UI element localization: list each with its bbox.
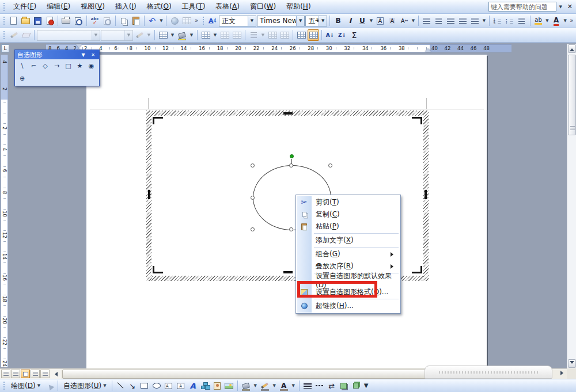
font-color-button[interactable]: A <box>551 15 562 26</box>
font-color-dropdown-arrow-icon[interactable]: ▼ <box>563 15 568 26</box>
help-question-input[interactable]: 键入需要帮助的问题 <box>488 2 556 12</box>
toolbar-grip[interactable] <box>202 16 204 25</box>
scroll-down-button[interactable] <box>568 359 576 368</box>
select-objects-button[interactable] <box>44 380 55 391</box>
first-line-indent-marker[interactable] <box>76 44 82 48</box>
vertical-scrollbar[interactable] <box>567 44 576 368</box>
resize-handle-middle-left[interactable] <box>251 196 255 200</box>
font-color-dropdown-arrow-icon[interactable]: ▼ <box>290 380 297 391</box>
menubar-item[interactable]: 插入(I) <box>110 0 142 13</box>
autoshape-category-icon[interactable]: \ <box>17 60 28 71</box>
reading-layout-view-button[interactable] <box>40 370 50 378</box>
rotate-handle[interactable] <box>290 154 294 158</box>
align-left-button[interactable] <box>421 15 433 26</box>
styles-and-formatting-button[interactable]: A4 <box>207 15 218 26</box>
line-weight-combobox[interactable]: ▼ <box>101 30 133 41</box>
distribute-columns-button[interactable] <box>279 29 290 41</box>
canvas-corner-handle[interactable] <box>412 117 422 124</box>
borders-button[interactable] <box>157 29 169 41</box>
draw-menu-button[interactable]: 绘图(D)▼ <box>8 379 43 392</box>
character-border-button[interactable]: A <box>374 15 386 26</box>
ruler-right-margin[interactable]: 4042444648 <box>430 44 511 52</box>
open-button[interactable] <box>20 15 31 26</box>
line-tool-button[interactable] <box>115 380 126 391</box>
autoshape-category-icon[interactable]: ★ <box>74 60 85 71</box>
split-cells-button[interactable] <box>231 29 242 41</box>
text-box-button[interactable]: A <box>163 380 175 391</box>
underline-dropdown-arrow-icon[interactable]: ▼ <box>369 15 374 26</box>
insert-picture-button[interactable] <box>223 380 235 391</box>
canvas-corner-handle[interactable] <box>153 266 163 273</box>
scroll-up-button[interactable] <box>568 44 576 53</box>
outline-view-button[interactable] <box>31 370 40 378</box>
highlight-button[interactable]: ab <box>533 15 544 26</box>
oval-tool-button[interactable] <box>151 380 162 391</box>
canvas-right-handle[interactable] <box>425 190 427 199</box>
resize-handle-top-right[interactable] <box>328 163 332 168</box>
eraser-button[interactable] <box>20 29 32 41</box>
border-color-button[interactable] <box>134 29 145 41</box>
toolbar-options-chevron[interactable]: » <box>193 14 199 27</box>
character-scaling-button[interactable]: A⇔ <box>399 15 410 26</box>
autoshape-category-icon[interactable]: ◉ <box>86 60 97 71</box>
show-gridlines-button[interactable] <box>308 29 319 41</box>
resize-handle-bottom-left[interactable] <box>251 227 255 231</box>
font-color-button[interactable]: A <box>278 380 290 391</box>
font-size-combobox[interactable]: 五号▼ <box>305 16 327 26</box>
draw-table-button[interactable] <box>8 29 20 41</box>
context-menu-item-paste[interactable]: 粘贴(P) <box>297 220 400 233</box>
line-color-dropdown-arrow-icon[interactable]: ▼ <box>271 380 278 391</box>
table-autoformat-button[interactable] <box>295 29 307 41</box>
autoshape-category-icon[interactable]: ⌐ <box>28 60 39 71</box>
help-dropdown-arrow-icon[interactable]: ▼ <box>558 1 564 13</box>
resize-handle-top-left[interactable] <box>251 163 255 168</box>
sort-ascending-button[interactable]: A↓ <box>324 29 336 41</box>
save-button[interactable] <box>32 15 43 26</box>
autoshape-category-icon[interactable]: □ <box>63 60 74 71</box>
paste-button[interactable] <box>130 15 142 26</box>
sort-descending-button[interactable]: Z↓ <box>336 29 348 41</box>
increase-indent-button[interactable] <box>516 15 528 26</box>
context-menu-item-hyperlink[interactable]: 超链接(H)... <box>297 300 400 312</box>
shading-dropdown-arrow-icon[interactable]: ▼ <box>188 29 195 41</box>
vertical-ruler[interactable]: 24681012141618202224 <box>1 100 8 367</box>
toolbar-grip[interactable] <box>3 2 6 12</box>
insert-table-dropdown-arrow-icon[interactable]: ▼ <box>212 29 218 41</box>
menubar-item[interactable]: 格式(O) <box>142 0 177 13</box>
scroll-left-button[interactable] <box>50 370 59 378</box>
close-icon[interactable]: ✕ <box>565 3 575 10</box>
arrow-tool-button[interactable]: ↘ <box>127 380 138 391</box>
font-combobox[interactable]: Times New Roman▼ <box>257 16 305 26</box>
print-preview-button[interactable] <box>73 15 84 26</box>
center-button[interactable] <box>433 15 445 26</box>
insert-table-button[interactable] <box>200 29 211 41</box>
bold-button[interactable]: B <box>332 15 344 26</box>
style-combobox[interactable]: 正文▼ <box>219 16 256 26</box>
canvas-corner-handle[interactable] <box>153 117 163 124</box>
normal-view-button[interactable] <box>1 370 10 378</box>
insert-wordart-button[interactable]: A <box>187 380 199 391</box>
print-layout-view-button[interactable] <box>21 370 30 378</box>
web-layout-view-button[interactable] <box>11 370 20 378</box>
undo-dropdown-arrow-icon[interactable]: ▼ <box>158 15 164 26</box>
copy-button[interactable] <box>118 15 130 26</box>
menubar-item[interactable]: 工具(T) <box>177 0 211 13</box>
tab-selector-button[interactable]: L <box>1 44 9 52</box>
arrow-style-button[interactable]: ⇄ <box>326 380 338 391</box>
cell-alignment-dropdown-arrow-icon[interactable]: ▼ <box>260 29 266 41</box>
palette-close-icon[interactable]: ✕ <box>89 51 97 58</box>
context-menu-item-copy[interactable]: 复制(C) <box>297 208 400 220</box>
bullets-button[interactable]: • —• —• — <box>504 15 516 26</box>
line-style-combobox[interactable]: ▼ <box>37 30 100 41</box>
palette-title-bar[interactable]: 自选图形 ▼ ✕ <box>15 50 99 59</box>
line-spacing-button[interactable] <box>469 15 481 26</box>
undo-button[interactable]: ↶ <box>146 15 158 26</box>
horizontal-scrollbar-thumb[interactable] <box>62 370 432 379</box>
context-menu-item-group[interactable]: 组合(G) <box>297 248 400 260</box>
canvas-bottom-handle[interactable] <box>283 271 293 273</box>
resize-handle-top-middle[interactable] <box>289 163 293 168</box>
line-spacing-dropdown-arrow-icon[interactable]: ▼ <box>482 15 487 26</box>
cell-alignment-button[interactable] <box>248 29 259 41</box>
menubar-item[interactable]: 窗口(W) <box>245 0 281 13</box>
rectangle-tool-button[interactable] <box>139 380 150 391</box>
